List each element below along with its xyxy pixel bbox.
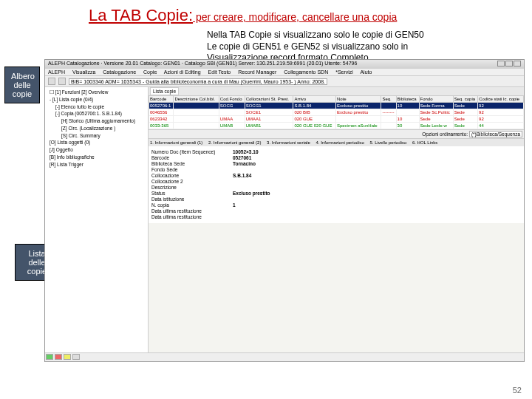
copies-grid: BarcodeDescrizione Col.bibl.Cod.FondoCol…	[149, 95, 524, 129]
col[interactable]: Cod.Fondo	[219, 96, 245, 103]
subtab[interactable]: 2. Informazioni generali (2)	[208, 140, 261, 145]
tree-item[interactable]: [B] Info bibliografiche	[47, 154, 146, 161]
subtab[interactable]: 6. HOL Links	[412, 140, 437, 145]
tree-item[interactable]: [H] Storico (Ultima aggiornamento)	[47, 117, 146, 125]
form-label: Data ultima restituzione	[151, 214, 233, 219]
subtab[interactable]: 1. Informazioni generali (1)	[150, 140, 202, 145]
subtab[interactable]: 5. Livello periodico	[370, 140, 407, 145]
menu-cataloging[interactable]: Catalogazione	[103, 69, 136, 75]
form-value: Tornacino	[233, 161, 256, 166]
close-button[interactable]	[514, 61, 521, 66]
menu-help[interactable]: Aiuto	[360, 69, 372, 75]
window-controls	[497, 61, 521, 68]
toolbar: BIB= 1003346 ADM= 1035343 - Guida alla b…	[45, 76, 524, 87]
sort-label: Opzioni ordinamento:	[422, 132, 468, 137]
window-title: ALEPH Catalogazione · Versione 20.01 Cat…	[48, 61, 357, 68]
col[interactable]: Fondo	[419, 96, 453, 103]
col[interactable]: Biblioteca	[396, 96, 419, 103]
menu-recordmgr[interactable]: Record Manager	[238, 69, 276, 75]
form-label: Data istituzione	[151, 197, 233, 202]
tree-item[interactable]: [J] Oggetto	[47, 146, 146, 154]
col[interactable]: Arrivo	[293, 96, 336, 103]
tree-item[interactable]: [-] Copia (0052706:1. S.B.1.84)	[47, 110, 146, 117]
app-window: ALEPH Catalogazione · Versione 20.01 Cat…	[44, 59, 525, 362]
form-label: Fondo Sede	[151, 167, 233, 172]
status-icon[interactable]	[46, 354, 53, 360]
titlebar: ALEPH Catalogazione · Versione 20.01 Cat…	[45, 60, 524, 69]
form-value: 0527061	[233, 155, 251, 160]
col[interactable]: Collocazioni St. Prest.	[245, 96, 293, 103]
col[interactable]: Seq.	[381, 96, 396, 103]
form-label: Status	[151, 191, 233, 196]
form-value: 10052×3.10	[233, 149, 259, 154]
col[interactable]: Codice stati lc. copie	[478, 96, 524, 103]
tree-panel: ☐ [1] Funzioni [2] Overview - [L] Lista …	[45, 87, 149, 359]
copy-form: Numero Doc (Item Sequence)10052×3.10 Bar…	[149, 146, 524, 223]
title-sub: per creare, modificare, cancellare una c…	[193, 11, 397, 23]
tab-copies-list[interactable]: Lista copie	[150, 87, 179, 95]
title-main: La TAB Copie:	[89, 6, 193, 24]
col[interactable]: Barcode	[149, 96, 174, 103]
tree-item[interactable]: [O] Lista oggetti (0)	[47, 139, 146, 146]
form-label: Barcode	[151, 155, 233, 160]
page-number: 52	[513, 386, 522, 395]
col[interactable]: Seq. copia	[453, 96, 477, 103]
grid-header: BarcodeDescrizione Col.bibl.Cod.FondoCol…	[149, 96, 524, 103]
statusbar	[45, 352, 524, 361]
col[interactable]: Note	[335, 96, 381, 103]
detail-tabs: 1. Informazioni generali (1) 2. Informaz…	[149, 139, 524, 146]
tool-icon[interactable]	[58, 78, 66, 85]
menu-view[interactable]: Visualizza	[72, 69, 95, 75]
note-l1: Nella TAB Copie si visualizzano solo le …	[207, 30, 488, 41]
form-value: S.B.1.84	[233, 173, 251, 178]
sort-bar: Opzioni ordinamento: (*)Biblioteca/Seque…	[149, 129, 524, 139]
menubar: ALEPH Visualizza Catalogazione Copie Azi…	[45, 69, 524, 76]
menu-edittext[interactable]: Edit Testo	[208, 69, 231, 75]
table-row[interactable]: 0033-365UMABUMAB1020 GUE 020 GUESpecimen…	[149, 123, 524, 129]
bib-field[interactable]: BIB= 1003346 ADM= 1035343 - Guida alla b…	[69, 78, 327, 85]
subtab[interactable]: 4. Informazioni periodico	[316, 140, 364, 145]
form-label: Data ultima restituzione	[151, 208, 233, 214]
main-tabs: Lista copie	[149, 87, 524, 95]
menu-editing[interactable]: Azioni di Editing	[164, 69, 201, 75]
col[interactable]: Descrizione Col.bibl.	[174, 96, 219, 103]
menu-aleph[interactable]: ALEPH	[48, 69, 65, 75]
menu-sdn[interactable]: Collegamento SDN	[284, 69, 328, 75]
form-value: 1	[233, 202, 236, 208]
menu-services[interactable]: *Servizi	[335, 69, 353, 75]
tree-item[interactable]: [Z] Circ. (Localizzazione )	[47, 125, 146, 132]
tree-item[interactable]: - [L] Lista copie (0/4)	[47, 96, 146, 103]
tool-icon[interactable]	[48, 78, 55, 85]
form-label: Biblioteca Sede	[151, 161, 233, 166]
form-value: Excluso prestito	[233, 191, 270, 196]
form-label: Descrizione	[151, 185, 233, 190]
maximize-button[interactable]	[505, 61, 513, 66]
callout-tree: Albero delle copie	[4, 66, 40, 103]
table-row[interactable]: 0623342UMAAUMAA1020 GUE10SedeSede92	[149, 116, 524, 123]
tree-item[interactable]: [-] Elenco tutto le copie	[47, 103, 146, 111]
tree-tabs[interactable]: ☐ [1] Funzioni [2] Overview	[47, 89, 146, 96]
status-icon[interactable]	[72, 354, 80, 360]
status-icon[interactable]	[55, 354, 62, 360]
table-row[interactable]: 0046556SOCE1020 BIBExcluso prestito-----…	[149, 109, 524, 116]
tree-item[interactable]: [R] Lista Trigger	[47, 161, 146, 168]
form-label: Numero Doc (Item Sequence)	[151, 149, 233, 154]
subtab[interactable]: 3. Informazioni seriale	[267, 140, 310, 145]
tree-item[interactable]: [S] Circ. Summary	[47, 132, 146, 140]
sort-select[interactable]: (*)Biblioteca/Sequenza	[469, 131, 522, 137]
form-label: Collocazione 2	[151, 179, 233, 184]
menu-copies[interactable]: Copie	[143, 69, 157, 75]
slide-title: La TAB Copie: per creare, modificare, ca…	[89, 6, 397, 25]
form-label: N. copia	[151, 202, 233, 208]
status-icon[interactable]	[64, 354, 71, 360]
minimize-button[interactable]	[497, 61, 505, 66]
note-l2: Le copie di GEN51 e GEN52 si visualizzan…	[207, 41, 488, 53]
table-row[interactable]: 0052706:1SOCGSOCG1S.B.1.84Excluso presti…	[149, 103, 524, 109]
form-label: Collocazione	[151, 173, 233, 178]
main-panel: Lista copie BarcodeDescrizione Col.bibl.…	[149, 87, 524, 359]
